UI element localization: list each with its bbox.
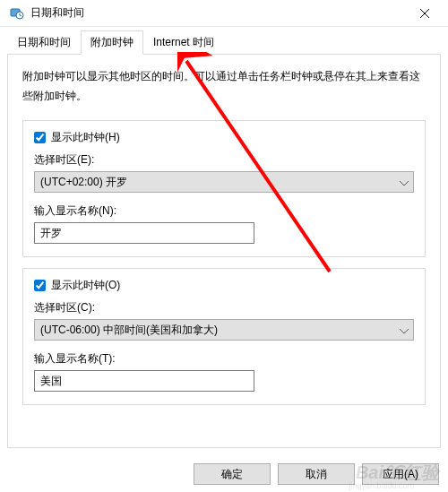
display-name-2-input[interactable] xyxy=(34,370,254,392)
clock-group-1: 显示此时钟(H) 选择时区(E): (UTC+02:00) 开罗 输入显示名称(… xyxy=(22,120,426,257)
show-clock-1-checkbox-row[interactable]: 显示此时钟(H) xyxy=(34,130,414,145)
ok-button[interactable]: 确定 xyxy=(194,463,271,485)
titlebar: 日期和时间 xyxy=(0,0,448,27)
tab-panel: 附加时钟可以显示其他时区的时间。可以通过单击任务栏时钟或悬停在其上来查看这些附加… xyxy=(7,54,441,448)
cancel-button[interactable]: 取消 xyxy=(278,463,355,485)
show-clock-1-checkbox[interactable] xyxy=(34,132,46,143)
timezone-1-select-wrap: (UTC+02:00) 开罗 xyxy=(34,171,414,193)
show-clock-2-checkbox-row[interactable]: 显示此时钟(O) xyxy=(34,278,414,293)
timezone-2-select[interactable]: (UTC-06:00) 中部时间(美国和加拿大) xyxy=(34,319,414,341)
apply-button[interactable]: 应用(A) xyxy=(362,463,439,485)
display-name-1-label: 输入显示名称(N): xyxy=(34,203,414,219)
display-name-1-input[interactable] xyxy=(34,222,254,244)
timezone-2-select-wrap: (UTC-06:00) 中部时间(美国和加拿大) xyxy=(34,319,414,341)
close-icon xyxy=(420,9,429,18)
clock-group-2: 显示此时钟(O) 选择时区(C): (UTC-06:00) 中部时间(美国和加拿… xyxy=(22,268,426,405)
app-icon xyxy=(9,5,25,22)
window-title: 日期和时间 xyxy=(30,5,405,21)
display-name-2-label: 输入显示名称(T): xyxy=(34,351,414,367)
tab-datetime[interactable]: 日期和时间 xyxy=(7,30,81,54)
dialog-button-row: 确定 取消 应用(A) xyxy=(194,463,439,485)
timezone-1-label: 选择时区(E): xyxy=(34,152,414,168)
description-text: 附加时钟可以显示其他时区的时间。可以通过单击任务栏时钟或悬停在其上来查看这些附加… xyxy=(22,67,426,106)
timezone-1-select[interactable]: (UTC+02:00) 开罗 xyxy=(34,171,414,193)
show-clock-2-label: 显示此时钟(O) xyxy=(51,278,120,293)
tab-additional-clocks[interactable]: 附加时钟 xyxy=(81,30,143,55)
show-clock-1-label: 显示此时钟(H) xyxy=(51,130,120,145)
timezone-2-label: 选择时区(C): xyxy=(34,300,414,315)
tab-internet-time[interactable]: Internet 时间 xyxy=(143,30,224,54)
close-button[interactable] xyxy=(405,0,444,27)
show-clock-2-checkbox[interactable] xyxy=(34,280,46,291)
tab-row: 日期和时间 附加时钟 Internet 时间 xyxy=(0,27,448,54)
